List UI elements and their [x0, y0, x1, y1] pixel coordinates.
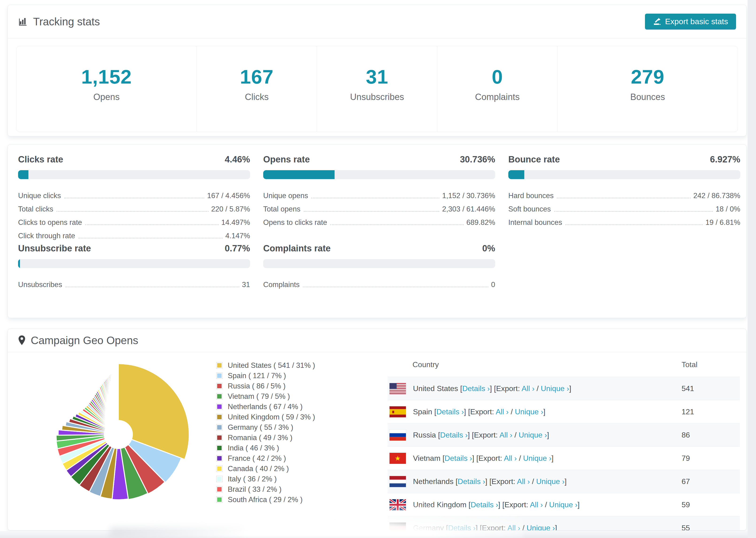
geo-opens-table: Country Total United States [Details ›] … — [388, 352, 740, 530]
export-all-link[interactable]: All › — [517, 477, 530, 486]
legend-swatch — [216, 424, 223, 430]
legend-swatch — [216, 414, 223, 420]
legend-label: Canada ( 40 / 2% ) — [228, 464, 289, 473]
legend-item-netherlands: Netherlands ( 67 / 4% ) — [216, 404, 315, 410]
total-cell: 79 — [681, 454, 740, 463]
rate-row: Soft bounces 18 / 0% — [508, 200, 740, 213]
legend-swatch — [216, 404, 223, 410]
export-unique-link[interactable]: Unique › — [549, 501, 577, 509]
details-link[interactable]: Details › — [458, 477, 485, 486]
legend-label: Netherlands ( 67 / 4% ) — [228, 403, 303, 411]
rate-row-label: Clicks to opens rate — [18, 218, 82, 227]
details-link[interactable]: Details › — [448, 524, 475, 531]
tracking-stats-header: Tracking stats Export basic stats — [8, 5, 746, 38]
rate-progress-bar — [18, 170, 250, 179]
export-unique-link[interactable]: Unique › — [523, 454, 552, 462]
rate-value: 0% — [482, 243, 495, 253]
legend-label: Germany ( 55 / 3% ) — [228, 423, 293, 432]
country-cell: United Kingdom [Details ›] [Export: All … — [413, 501, 681, 509]
rate-row: Unique opens 1,152 / 30.736% — [263, 187, 495, 200]
pie-center — [104, 420, 133, 449]
export-icon — [653, 17, 661, 26]
stat-box-clicks: 167 Clicks — [196, 46, 317, 132]
flag-nl-icon — [390, 476, 406, 487]
rate-block-complaints-rate: Complaints rate 0% Complaints 0 — [263, 243, 495, 289]
geo-title: Campaign Geo Opens — [31, 334, 138, 347]
country-cell: Netherlands [Details ›] [Export: All › /… — [413, 477, 681, 486]
flag-ru-icon — [390, 430, 406, 441]
browser-scrollbar[interactable] — [747, 0, 756, 538]
dotted-leader — [311, 198, 439, 198]
pie-legend: United States ( 541 / 31% ) Spain ( 121 … — [216, 362, 315, 507]
rate-value: 0.77% — [225, 243, 250, 253]
flag-gb-icon — [390, 499, 406, 510]
rate-row: Complaints 0 — [263, 276, 495, 289]
rate-row-value: 18 / 0% — [716, 205, 740, 213]
geo-table-row-es: Spain [Details ›] [Export: All › / Uniqu… — [388, 400, 740, 423]
rate-row-value: 0 — [491, 281, 495, 289]
campaign-geo-opens-card: Campaign Geo Opens United States ( 541 /… — [8, 329, 747, 530]
total-cell: 55 — [681, 524, 740, 531]
legend-swatch — [216, 393, 223, 400]
rate-row: Clicks to opens rate 14.497% — [18, 213, 250, 227]
rate-value: 30.736% — [460, 154, 495, 165]
export-unique-link[interactable]: Unique › — [527, 524, 555, 531]
export-unique-link[interactable]: Unique › — [536, 477, 565, 486]
export-unique-link[interactable]: Unique › — [515, 407, 543, 416]
rate-title: Complaints rate — [263, 243, 331, 253]
legend-label: South Africa ( 29 / 2% ) — [228, 496, 303, 504]
legend-item-spain: Spain ( 121 / 7% ) — [216, 372, 315, 379]
rate-row: Total opens 2,303 / 61.446% — [263, 200, 495, 213]
rate-progress-fill — [508, 170, 524, 179]
export-unique-link[interactable]: Unique › — [519, 431, 547, 439]
export-all-link[interactable]: All › — [499, 431, 512, 439]
details-link[interactable]: Details › — [440, 431, 468, 439]
export-all-link[interactable]: All › — [504, 454, 517, 462]
legend-swatch — [216, 445, 223, 451]
column-header-country: Country — [412, 360, 681, 369]
rate-value: 6.927% — [710, 154, 740, 165]
details-link[interactable]: Details › — [462, 384, 490, 393]
legend-item-france: France ( 42 / 2% ) — [216, 455, 315, 461]
legend-item-united-kingdom: United Kingdom ( 59 / 3% ) — [216, 414, 315, 420]
export-all-link[interactable]: All › — [507, 524, 520, 531]
stat-label: Complaints — [475, 92, 519, 102]
legend-label: France ( 42 / 2% ) — [228, 454, 286, 463]
legend-swatch — [216, 465, 223, 472]
details-link[interactable]: Details › — [445, 454, 472, 462]
legend-item-india: India ( 46 / 3% ) — [216, 445, 315, 451]
export-all-link[interactable]: All › — [521, 384, 534, 393]
legend-label: United Kingdom ( 59 / 3% ) — [228, 413, 315, 421]
stat-summary-row: 1,152 Opens167 Clicks31 Unsubscribes0 Co… — [16, 46, 738, 132]
details-link[interactable]: Details › — [470, 501, 498, 509]
rate-value: 4.46% — [225, 154, 250, 165]
details-link[interactable]: Details › — [436, 407, 464, 416]
stat-label: Bounces — [630, 92, 665, 102]
export-unique-link[interactable]: Unique › — [541, 384, 569, 393]
geo-table-row-nl: Netherlands [Details ›] [Export: All › /… — [388, 470, 740, 493]
legend-label: Italy ( 36 / 2% ) — [228, 475, 277, 483]
export-basic-stats-button[interactable]: Export basic stats — [645, 14, 736, 29]
rate-title: Opens rate — [263, 154, 310, 165]
rate-title: Unsubscribe rate — [18, 243, 91, 253]
rate-row-label: Unsubscribes — [18, 281, 62, 289]
rate-progress-bar — [263, 170, 495, 179]
legend-swatch — [216, 372, 223, 379]
rate-block-bounce-rate: Bounce rate 6.927% Hard bounces 242 / 86… — [508, 154, 740, 240]
stat-label: Clicks — [245, 92, 269, 102]
legend-item-united-states: United States ( 541 / 31% ) — [216, 362, 315, 368]
stat-value: 279 — [631, 66, 665, 88]
geo-table-row-vn: Vietnam [Details ›] [Export: All › / Uni… — [388, 447, 740, 470]
export-all-link[interactable]: All › — [496, 407, 509, 416]
total-cell: 121 — [681, 407, 740, 416]
geo-table-header: Country Total — [388, 352, 740, 377]
page-title: Tracking stats — [33, 15, 100, 28]
legend-swatch — [216, 497, 223, 503]
dotted-leader — [303, 287, 488, 287]
total-cell: 86 — [681, 431, 740, 439]
rate-row-label: Internal bounces — [508, 218, 562, 227]
dotted-leader — [566, 224, 703, 225]
export-all-link[interactable]: All › — [530, 501, 543, 509]
rate-row-value: 2,303 / 61.446% — [442, 205, 495, 213]
stat-value: 1,152 — [81, 66, 132, 88]
